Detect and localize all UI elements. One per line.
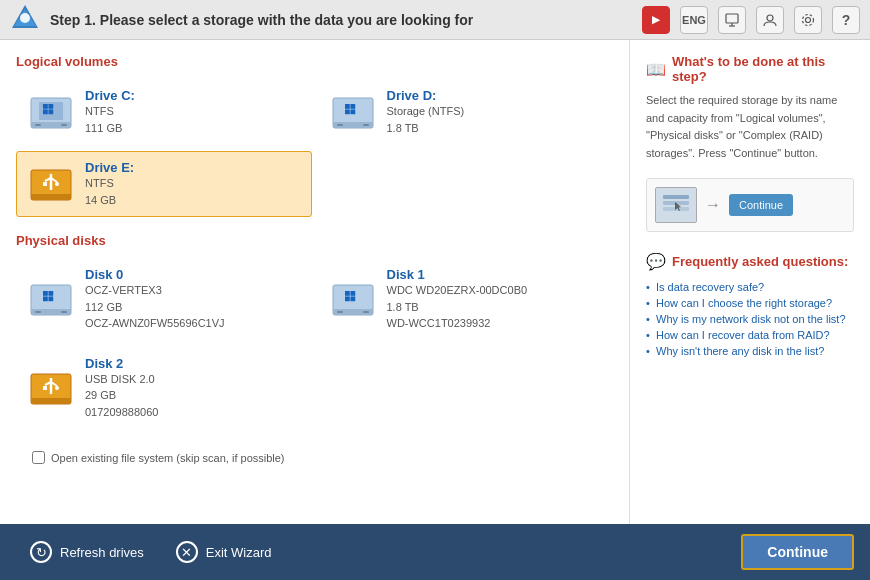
- svg-rect-14: [43, 104, 48, 109]
- drive-d-name: Drive D:: [387, 88, 603, 103]
- svg-point-54: [55, 386, 59, 390]
- drive-c-detail: NTFS 111 GB: [85, 103, 301, 136]
- svg-rect-22: [345, 104, 350, 109]
- help-text: Select the required storage by its name …: [646, 92, 854, 162]
- faq-list: Is data recovery safe? How can I choose …: [646, 279, 854, 359]
- main-content: Logical volumes: [0, 40, 870, 524]
- svg-rect-15: [48, 104, 53, 109]
- exit-wizard-button[interactable]: ✕ Exit Wizard: [162, 535, 286, 569]
- skip-scan-label[interactable]: Open existing file system (skip scan, if…: [51, 452, 285, 464]
- svg-rect-55: [43, 386, 47, 390]
- disk-0-item[interactable]: Disk 0 OCZ-VERTEX3 112 GB OCZ-AWNZ0FW556…: [16, 258, 312, 341]
- drive-c-item[interactable]: Drive C: NTFS 111 GB: [16, 79, 312, 145]
- faq-item-1[interactable]: Is data recovery safe?: [646, 279, 854, 295]
- svg-rect-56: [663, 195, 689, 199]
- faq-item-4[interactable]: How can I recover data from RAID?: [646, 327, 854, 343]
- drive-d-item[interactable]: Drive D: Storage (NTFS) 1.8 TB: [318, 79, 614, 145]
- svg-rect-17: [48, 109, 53, 114]
- refresh-drives-button[interactable]: ↻ Refresh drives: [16, 535, 158, 569]
- svg-point-7: [806, 17, 811, 22]
- faq-item-2[interactable]: How can I choose the right storage?: [646, 295, 854, 311]
- profile-button[interactable]: [756, 6, 784, 34]
- physical-disks-grid: Disk 0 OCZ-VERTEX3 112 GB OCZ-AWNZ0FW556…: [16, 258, 613, 429]
- header: Step 1. Please select a storage with the…: [0, 0, 870, 40]
- disk-2-item[interactable]: Disk 2 USB DISK 2.0 29 GB 017209888060: [16, 347, 312, 430]
- drive-list-illustration: [655, 187, 697, 223]
- svg-rect-43: [337, 311, 343, 313]
- disk-1-item[interactable]: Disk 1 WDC WD20EZRX-00DC0B0 1.8 TB WD-WC…: [318, 258, 614, 341]
- drive-e-name: Drive E:: [85, 160, 301, 175]
- drive-e-item[interactable]: Drive E: NTFS 14 GB: [16, 151, 312, 217]
- svg-rect-25: [350, 109, 355, 114]
- drive-d-icon: [329, 88, 377, 136]
- settings-button[interactable]: [794, 6, 822, 34]
- svg-rect-38: [48, 291, 53, 296]
- svg-point-2: [20, 13, 30, 23]
- illustration-continue-button[interactable]: Continue: [729, 194, 793, 216]
- drive-e-detail: NTFS 14 GB: [85, 175, 301, 208]
- arrow-right-icon: →: [705, 196, 721, 214]
- help-title: 📖 What's to be done at this step?: [646, 54, 854, 84]
- svg-point-31: [55, 182, 59, 186]
- svg-rect-16: [43, 109, 48, 114]
- skip-scan-checkbox[interactable]: [32, 451, 45, 464]
- disk-1-info: Disk 1 WDC WD20EZRX-00DC0B0 1.8 TB WD-WC…: [387, 267, 603, 332]
- faq-item-5[interactable]: Why isn't there any disk in the list?: [646, 343, 854, 359]
- disk-0-info: Disk 0 OCZ-VERTEX3 112 GB OCZ-AWNZ0FW556…: [85, 267, 301, 332]
- drive-e-icon: [27, 160, 75, 208]
- svg-rect-12: [61, 124, 67, 126]
- svg-rect-11: [35, 124, 41, 126]
- left-panel: Logical volumes: [0, 40, 630, 524]
- faq-item-3[interactable]: Why is my network disk not on the list?: [646, 311, 854, 327]
- logical-drives-grid: Drive C: NTFS 111 GB: [16, 79, 613, 217]
- disk-0-name: Disk 0: [85, 267, 301, 282]
- display-button[interactable]: [718, 6, 746, 34]
- continue-button[interactable]: Continue: [741, 534, 854, 570]
- svg-rect-48: [350, 297, 355, 302]
- svg-point-6: [767, 15, 773, 21]
- disk-1-icon: [329, 275, 377, 323]
- svg-rect-3: [726, 14, 738, 23]
- svg-rect-21: [363, 124, 369, 126]
- book-icon: 📖: [646, 60, 666, 79]
- disk-1-name: Disk 1: [387, 267, 603, 282]
- disk-2-icon: [27, 364, 75, 412]
- lang-button[interactable]: ENG: [680, 6, 708, 34]
- drive-e-info: Drive E: NTFS 14 GB: [85, 160, 301, 208]
- drive-c-icon: [27, 88, 75, 136]
- svg-rect-20: [337, 124, 343, 126]
- svg-rect-27: [31, 194, 71, 200]
- drive-c-info: Drive C: NTFS 111 GB: [85, 88, 301, 136]
- checkbox-row: Open existing file system (skip scan, if…: [16, 445, 613, 470]
- disk-2-detail: USB DISK 2.0 29 GB 017209888060: [85, 371, 301, 421]
- logical-volumes-title: Logical volumes: [16, 54, 613, 69]
- header-title: Step 1. Please select a storage with the…: [50, 12, 632, 28]
- continue-illustration: → Continue: [646, 178, 854, 232]
- physical-disks-title: Physical disks: [16, 233, 613, 248]
- faq-title: 💬 Frequently asked questions:: [646, 252, 854, 271]
- right-panel: 📖 What's to be done at this step? Select…: [630, 40, 870, 524]
- svg-rect-36: [61, 311, 67, 313]
- svg-rect-24: [345, 109, 350, 114]
- disk-2-name: Disk 2: [85, 356, 301, 371]
- svg-point-8: [803, 14, 814, 25]
- svg-rect-35: [35, 311, 41, 313]
- exit-icon: ✕: [176, 541, 198, 563]
- svg-rect-23: [350, 104, 355, 109]
- app-logo: [10, 3, 40, 36]
- svg-rect-37: [43, 291, 48, 296]
- disk-0-detail: OCZ-VERTEX3 112 GB OCZ-AWNZ0FW55696C1VJ: [85, 282, 301, 332]
- faq-icon: 💬: [646, 252, 666, 271]
- svg-rect-45: [345, 291, 350, 296]
- help-button[interactable]: ?: [832, 6, 860, 34]
- youtube-button[interactable]: ▶: [642, 6, 670, 34]
- drive-c-name: Drive C:: [85, 88, 301, 103]
- disk-2-info: Disk 2 USB DISK 2.0 29 GB 017209888060: [85, 356, 301, 421]
- svg-rect-50: [31, 398, 71, 404]
- disk-0-icon: [27, 275, 75, 323]
- refresh-icon: ↻: [30, 541, 52, 563]
- drive-d-info: Drive D: Storage (NTFS) 1.8 TB: [387, 88, 603, 136]
- drive-d-detail: Storage (NTFS) 1.8 TB: [387, 103, 603, 136]
- svg-rect-39: [43, 297, 48, 302]
- svg-rect-46: [350, 291, 355, 296]
